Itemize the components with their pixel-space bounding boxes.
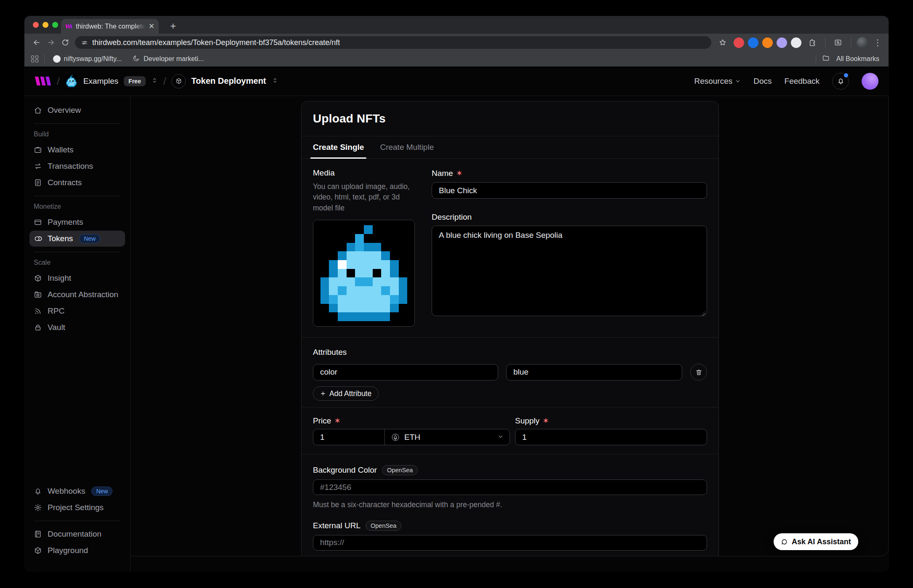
- ask-ai-assistant-button[interactable]: Ask AI Assistant: [774, 533, 858, 550]
- sidebar-item-playground[interactable]: Playground: [29, 543, 125, 559]
- zoom-window-button[interactable]: [52, 22, 58, 28]
- sidebar-item-contracts[interactable]: Contracts: [29, 175, 125, 191]
- notification-dot: [844, 73, 848, 77]
- bell-icon: [34, 487, 42, 495]
- user-avatar[interactable]: [862, 73, 878, 90]
- currency-select[interactable]: ETH: [384, 429, 510, 445]
- bookmark-star-icon[interactable]: [715, 35, 730, 50]
- tab-search-icon[interactable]: [831, 35, 845, 50]
- lock-icon: [34, 323, 42, 332]
- supply-input[interactable]: [515, 429, 707, 445]
- required-asterisk: ✶: [334, 416, 341, 426]
- breadcrumb-slash: /: [163, 75, 166, 87]
- github-icon: [53, 55, 61, 63]
- toolbar-divider: [851, 38, 851, 47]
- tab-title: thirdweb: The complete web3: [76, 23, 145, 30]
- external-url-input[interactable]: [313, 535, 707, 551]
- sidebar-item-insight[interactable]: Insight: [29, 270, 125, 286]
- extensions-puzzle-icon[interactable]: [805, 35, 820, 50]
- nav-feedback[interactable]: Feedback: [785, 77, 820, 86]
- url-text: thirdweb.com/team/examples/Token-Deploym…: [92, 38, 340, 47]
- sidebar-item-webhooks[interactable]: WebhooksNew: [29, 483, 125, 499]
- sidebar-item-overview[interactable]: Overview: [29, 102, 125, 118]
- description-textarea[interactable]: A blue chick living on Base Sepolia: [432, 226, 707, 316]
- bookmark-item[interactable]: Developer marketi...: [130, 54, 206, 64]
- apps-grid-icon[interactable]: [31, 56, 38, 63]
- tab-close-icon[interactable]: ✕: [149, 23, 155, 30]
- browser-tab[interactable]: thirdweb: The complete web3 ✕: [61, 19, 159, 34]
- bookmarks-bar: niftyswap.gg/Nifty...Developer marketi..…: [24, 51, 889, 67]
- reload-icon[interactable]: [58, 35, 72, 50]
- price-label: Price✶: [313, 416, 510, 426]
- sidebar-section-build: Build: [34, 130, 121, 138]
- browser-profile-avatar[interactable]: [857, 37, 868, 48]
- project-name[interactable]: Token Deployment: [191, 76, 266, 86]
- tab-create-single[interactable]: Create Single: [313, 136, 364, 158]
- sidebar-item-vault[interactable]: Vault: [29, 319, 125, 335]
- price-input[interactable]: [313, 429, 384, 445]
- background-color-helper: Must be a six-character hexadecimal with…: [313, 500, 707, 510]
- media-helper: You can upload image, audio, video, html…: [313, 181, 415, 213]
- nav-resources[interactable]: Resources: [694, 77, 741, 86]
- sidebar-item-project-settings[interactable]: Project Settings: [29, 500, 125, 516]
- name-input[interactable]: [432, 182, 707, 199]
- insight-icon: [34, 274, 42, 282]
- background-color-label: Background Color: [313, 466, 377, 475]
- external-url-helper: This is the URL that will appear below t…: [313, 555, 707, 557]
- folderbox-icon: [34, 290, 42, 299]
- forward-icon[interactable]: [44, 35, 58, 50]
- attribute-row: [313, 364, 707, 380]
- sidebar-item-transactions[interactable]: Transactions: [29, 158, 125, 174]
- external-url-label: External URL: [313, 521, 360, 530]
- all-bookmarks-button[interactable]: All Bookmarks: [834, 55, 882, 63]
- traffic-lights: [33, 22, 58, 28]
- browser-window: thirdweb: The complete web3 ✕ + thirdweb…: [24, 16, 889, 572]
- new-badge: New: [91, 487, 112, 496]
- bookmark-item[interactable]: niftyswap.gg/Nifty...: [51, 55, 125, 63]
- attribute-value-input[interactable]: [506, 364, 682, 380]
- sidebar-item-account-abstraction[interactable]: Account Abstraction: [29, 287, 125, 303]
- sidebar-item-payments[interactable]: Payments: [29, 214, 125, 230]
- background-color-input[interactable]: [313, 479, 707, 495]
- project-icon: [171, 74, 186, 88]
- chrome-menu-icon[interactable]: ⋮: [872, 37, 884, 48]
- delete-attribute-button[interactable]: [690, 364, 707, 380]
- back-icon[interactable]: [29, 35, 44, 50]
- moon-icon: [133, 54, 140, 64]
- wallet-icon: [34, 146, 42, 154]
- team-switcher-icon[interactable]: [151, 77, 158, 85]
- trash-icon: [695, 369, 702, 376]
- blue-extension-icon[interactable]: [748, 37, 758, 48]
- browser-toolbar: thirdweb.com/team/examples/Token-Deploym…: [24, 34, 889, 51]
- notifications-button[interactable]: [832, 73, 849, 90]
- main-content: Upload NFTs Create Single Create Multipl…: [131, 96, 889, 556]
- sidebar-item-wallets[interactable]: Wallets: [29, 142, 125, 158]
- clock-extension-icon[interactable]: [791, 37, 801, 48]
- sidebar-section-monetize: Monetize: [34, 203, 121, 210]
- fox-extension-icon[interactable]: [762, 37, 773, 48]
- close-window-button[interactable]: [33, 22, 39, 28]
- media-upload-preview[interactable]: [313, 220, 415, 327]
- sidebar-item-documentation[interactable]: Documentation: [29, 526, 125, 542]
- attribute-key-input[interactable]: [313, 364, 498, 380]
- red-extension-icon[interactable]: [734, 37, 744, 48]
- sidebar-item-rpc[interactable]: RPC: [29, 303, 125, 319]
- add-attribute-button[interactable]: Add Attribute: [313, 386, 379, 401]
- project-switcher-icon[interactable]: [272, 77, 278, 85]
- team-avatar[interactable]: [65, 75, 78, 88]
- sidebar-divider: [34, 123, 121, 124]
- tab-create-multiple[interactable]: Create Multiple: [380, 136, 434, 158]
- team-name[interactable]: Examples: [83, 77, 118, 86]
- home-icon: [34, 106, 42, 114]
- sidebar-divider: [34, 521, 121, 521]
- minimize-window-button[interactable]: [43, 22, 48, 28]
- nav-docs[interactable]: Docs: [753, 77, 772, 86]
- url-bar[interactable]: thirdweb.com/team/examples/Token-Deploym…: [75, 36, 711, 49]
- sidebar-item-tokens[interactable]: TokensNew: [29, 231, 125, 247]
- thirdweb-logo[interactable]: [35, 76, 51, 86]
- ghost-extension-icon[interactable]: [777, 37, 787, 48]
- form-tabs: Create Single Create Multiple: [302, 136, 718, 159]
- new-tab-button[interactable]: +: [166, 19, 180, 33]
- name-label: Name✶: [432, 168, 707, 178]
- sidebar-divider: [34, 196, 121, 196]
